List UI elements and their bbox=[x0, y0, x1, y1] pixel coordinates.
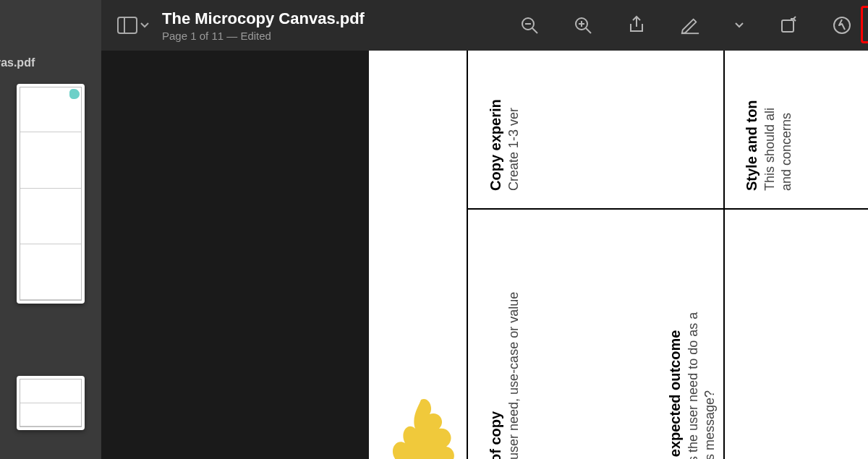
grid-line bbox=[467, 51, 468, 459]
markup-menu-button[interactable] bbox=[733, 15, 745, 35]
document-viewport[interactable]: Copy experin Create 1-3 ver Style and to… bbox=[101, 51, 868, 459]
cell-purpose-of-copy: rpose of copy fine the user need, use-ca… bbox=[488, 292, 522, 459]
chevron-down-icon bbox=[140, 22, 149, 28]
page-thumbnail-1[interactable] bbox=[17, 84, 85, 304]
svg-rect-11 bbox=[782, 20, 793, 32]
cell-style-tone: Style and ton This should ali and concer… bbox=[744, 100, 794, 191]
zoom-in-button[interactable] bbox=[573, 15, 593, 35]
document-subtitle: Page 1 of 11 — Edited bbox=[162, 30, 365, 42]
grid-line bbox=[723, 51, 725, 459]
thumbnail-sidebar: Canvas.pdf bbox=[0, 0, 101, 459]
rotate-button[interactable] bbox=[778, 15, 799, 35]
markup-icon bbox=[680, 16, 700, 35]
sidebar-filename-cut: Canvas.pdf bbox=[0, 56, 101, 69]
cell-action-outcome: tion or expected outcome hat does the us… bbox=[667, 312, 718, 459]
svg-line-6 bbox=[586, 28, 591, 33]
share-icon bbox=[628, 15, 645, 35]
annotation-highlight-box bbox=[861, 6, 868, 43]
search-icon bbox=[833, 16, 851, 35]
sidebar-toggle-button[interactable] bbox=[117, 17, 149, 34]
zoom-out-icon bbox=[520, 16, 539, 35]
main-area: The Microcopy Canvas.pdf Page 1 of 11 — … bbox=[101, 0, 868, 459]
toolbar: The Microcopy Canvas.pdf Page 1 of 11 — … bbox=[101, 0, 868, 51]
app-window: Canvas.pdf The Microcopy Canva bbox=[0, 0, 868, 459]
zoom-in-icon bbox=[574, 16, 592, 35]
chevron-down-icon bbox=[734, 22, 744, 29]
grid-line bbox=[467, 208, 868, 210]
svg-line-3 bbox=[532, 28, 537, 33]
cell-copy-experiments: Copy experin Create 1-3 ver bbox=[488, 99, 522, 191]
search-button[interactable] bbox=[832, 15, 852, 35]
document-title: The Microcopy Canvas.pdf bbox=[162, 9, 365, 28]
share-button[interactable] bbox=[626, 15, 647, 35]
paint-splat-decor bbox=[385, 396, 457, 459]
markup-button[interactable] bbox=[680, 15, 700, 35]
rotate-icon bbox=[779, 16, 798, 35]
zoom-out-button[interactable] bbox=[519, 15, 540, 35]
page-thumbnail-2[interactable] bbox=[17, 376, 85, 430]
svg-rect-0 bbox=[118, 17, 137, 33]
toolbar-actions bbox=[519, 15, 852, 35]
sidebar-view-icon bbox=[117, 17, 137, 34]
title-block: The Microcopy Canvas.pdf Page 1 of 11 — … bbox=[162, 9, 365, 42]
